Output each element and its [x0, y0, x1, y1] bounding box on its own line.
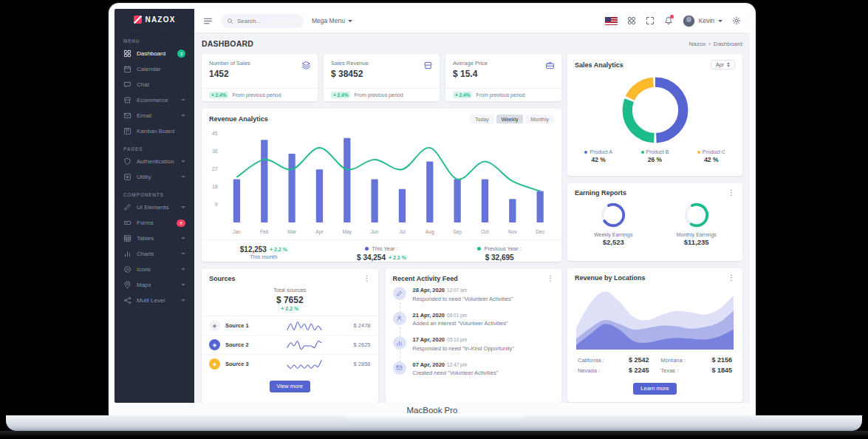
- sidebar-item-ui-elements[interactable]: UI Elements: [115, 200, 194, 215]
- macbook-shadow: [0, 431, 868, 438]
- svg-text:18: 18: [212, 184, 218, 189]
- card-title: Earning Reports: [575, 189, 626, 197]
- chart-icon: [393, 336, 406, 350]
- chevron-down-icon: [181, 237, 185, 239]
- activity-item: 07 Apr, 202012:47 pm Created need "Volun…: [393, 361, 555, 387]
- chevron-down-icon: [181, 160, 185, 163]
- sidebar-item-utility[interactable]: Utility: [115, 169, 194, 185]
- nazox-logo-icon: [134, 16, 142, 24]
- earnings-label: Weekly Earnings: [572, 232, 655, 237]
- sidebar-item-authentication[interactable]: Authentication: [115, 154, 194, 169]
- svg-text:36: 36: [212, 149, 218, 154]
- apps-grid-icon: [627, 16, 636, 25]
- source-row[interactable]: ◈ Source 3 $ 2856: [202, 355, 378, 373]
- activity-time: 05:10 pm: [447, 337, 467, 342]
- previous-year-dot: [477, 247, 481, 251]
- location-name: Montana :: [661, 357, 686, 364]
- this-year-delta: + 2.1 %: [389, 255, 406, 260]
- chevron-down-icon: [181, 253, 185, 255]
- sidebar-item-kanban-board[interactable]: Kanban Board: [115, 123, 194, 139]
- sidebar-item-calendar[interactable]: Calendar: [115, 61, 194, 77]
- source2-coin-icon: ◈: [209, 339, 220, 350]
- calendar-icon: [123, 65, 131, 73]
- source-row[interactable]: ◈ Source 1 $ 2478: [202, 316, 378, 336]
- menu-toggle-icon[interactable]: [203, 16, 213, 26]
- month-select-value: Apr: [716, 62, 724, 67]
- activity-date: 17 Apr, 2020: [413, 336, 445, 343]
- month-select[interactable]: Apr: [711, 60, 735, 69]
- card-title: Revenue Analytics: [209, 115, 268, 123]
- legend-percent: 42 %: [683, 156, 739, 163]
- activity-time: 12:47 pm: [447, 362, 467, 367]
- activity-text: Added an interest "Volunteer Activities": [413, 320, 555, 327]
- macbook-label: MacBook Pro: [109, 406, 756, 415]
- search-bar[interactable]: [221, 14, 304, 28]
- chevron-down-icon: [718, 20, 722, 22]
- source-name: Source 3: [225, 361, 255, 367]
- sidebar-item-dashboard[interactable]: Dashboard 3: [115, 46, 194, 61]
- legend-percent: 26 %: [626, 156, 683, 163]
- kebab-menu-icon[interactable]: ⋮: [728, 190, 735, 196]
- apps-grid-button[interactable]: [627, 16, 636, 25]
- kebab-menu-icon[interactable]: ⋮: [363, 276, 371, 282]
- language-flag-button[interactable]: [605, 17, 618, 25]
- source-row[interactable]: ◈ Source 2 $ 2625: [202, 336, 378, 355]
- learn-more-button[interactable]: Learn more: [633, 383, 676, 395]
- view-more-button[interactable]: View more: [270, 381, 310, 392]
- activity-text: Responded to need "Volunteer Activities": [413, 296, 555, 302]
- weekly-button[interactable]: Weekly: [496, 115, 524, 123]
- earnings-value: $11,235: [655, 238, 739, 246]
- dashboard-icon: [123, 50, 131, 58]
- earnings-value: $2,523: [572, 238, 655, 246]
- source1-coin-icon: ◈: [209, 320, 220, 331]
- user-menu[interactable]: Kevin: [683, 15, 722, 27]
- svg-text:Oct: Oct: [481, 229, 489, 234]
- locations-area-chart: [567, 285, 742, 351]
- kanban-icon: [123, 127, 131, 135]
- kebab-menu-icon[interactable]: ⋮: [728, 275, 735, 281]
- sidebar-item-icons[interactable]: Icons: [115, 262, 194, 277]
- location-name: Nevada :: [578, 367, 600, 374]
- svg-text:May: May: [342, 229, 352, 235]
- monthly-button[interactable]: Monthly: [525, 115, 554, 123]
- weekly-earnings: Weekly Earnings $2,523: [572, 201, 655, 246]
- settings-button[interactable]: [732, 16, 741, 25]
- store-icon: [123, 96, 131, 104]
- sidebar-item-tables[interactable]: Tables: [115, 231, 194, 246]
- sidebar-item-email[interactable]: Email: [115, 108, 194, 123]
- user-icon: [393, 312, 406, 325]
- card-title: Sales Analytics: [575, 61, 623, 69]
- app-logo[interactable]: NAZOX: [115, 9, 194, 31]
- search-icon: [227, 18, 233, 24]
- total-sources-label: Total sources: [202, 287, 378, 293]
- source-name: Source 1: [225, 322, 255, 329]
- notifications-button[interactable]: [664, 16, 673, 25]
- mega-menu-button[interactable]: Mega Menu: [312, 17, 352, 24]
- sidebar-item-chat[interactable]: Chat: [115, 77, 194, 92]
- utility-icon: [123, 173, 131, 181]
- select-arrows-icon: [727, 62, 730, 67]
- breadcrumb-home[interactable]: Nazox: [689, 41, 706, 47]
- fullscreen-button[interactable]: [646, 16, 655, 25]
- previous-year-label: Previous Year :: [484, 245, 521, 252]
- fullscreen-icon: [646, 16, 655, 25]
- kebab-menu-icon[interactable]: ⋮: [547, 276, 554, 282]
- today-button[interactable]: Today: [470, 115, 494, 123]
- macbook-screen-bezel: NAZOX MENU Dashboard 3 Calendar Chat: [109, 3, 756, 415]
- svg-text:Jul: Jul: [399, 229, 406, 234]
- activity-date: 21 Apr, 2020: [413, 312, 445, 319]
- sidebar-item-label: Calendar: [137, 66, 160, 72]
- search-input[interactable]: [237, 18, 296, 24]
- sidebar-item-label: Multi Level: [137, 297, 165, 304]
- forms-badge: 8: [177, 220, 185, 227]
- sidebar-item-ecommerce[interactable]: Ecommerce: [115, 92, 194, 108]
- stat-note: From previous period: [476, 92, 524, 98]
- sidebar-item-maps[interactable]: Maps: [115, 277, 194, 293]
- this-year-value: $ 34,254: [357, 253, 386, 262]
- sidebar-item-multi-level[interactable]: Multi Level: [115, 293, 194, 308]
- bar-chart-icon: [123, 250, 131, 258]
- sidebar-item-charts[interactable]: Charts: [115, 246, 194, 262]
- sidebar-item-forms[interactable]: Forms 8: [115, 215, 194, 231]
- svg-text:Dec: Dec: [536, 229, 545, 234]
- monthly-earnings: Monthly Earnings $11,235: [655, 201, 739, 246]
